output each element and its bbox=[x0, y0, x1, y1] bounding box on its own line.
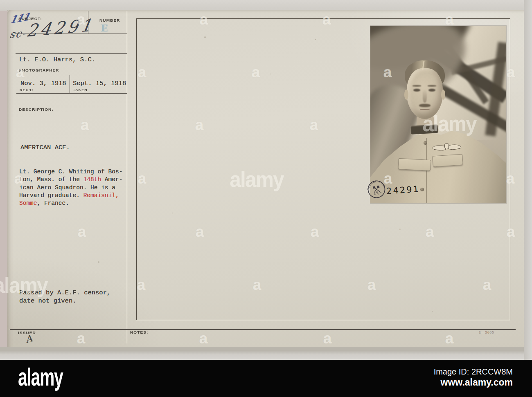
face-eye-right bbox=[428, 89, 436, 92]
pilot-wings-badge-right bbox=[447, 143, 462, 150]
alamy-url: www.alamy.com bbox=[441, 377, 513, 388]
notes-label: NOTES: bbox=[130, 330, 148, 334]
face-nose-shadow bbox=[423, 90, 427, 103]
rule-above-issued-notes bbox=[10, 329, 516, 330]
jacket-button-1 bbox=[424, 141, 427, 145]
description-lines: Lt. George C. Whiting of Bos-ton, Mass. … bbox=[19, 168, 122, 208]
rule-dates-divider bbox=[70, 75, 70, 93]
face-mouth bbox=[420, 109, 430, 110]
subject-number-prefix: sc- bbox=[9, 27, 27, 40]
rule-under-dates bbox=[16, 93, 127, 94]
print-code: 3—5605 bbox=[479, 330, 494, 334]
received-date: Nov. 3, 1918 bbox=[20, 80, 66, 87]
portrait-face bbox=[407, 68, 443, 119]
face-brow-right bbox=[428, 85, 436, 87]
censor-note-line-2: date not given. bbox=[19, 297, 77, 305]
description-line: Harvard graduate. Remaisnil, bbox=[19, 192, 122, 200]
card-bottom-edge-shadow bbox=[0, 347, 532, 360]
censor-note-line-1: Passed by A.E.F. censor, bbox=[19, 289, 110, 296]
paper-speckles bbox=[7, 10, 8, 11]
description-line: ton, Mass. of the 148th Amer- bbox=[19, 176, 122, 184]
taken-label: TAKEN bbox=[73, 88, 88, 92]
jacket-pocket-flap-left bbox=[398, 158, 431, 171]
description-line: Somme, France. bbox=[19, 200, 122, 208]
photographer-label: PHOTOGRAPHER bbox=[19, 68, 59, 72]
description-label: DESCRIPTION: bbox=[19, 107, 54, 111]
alamy-footer-bar: alamy Image ID: 2RCCW8M www.alamy.com bbox=[0, 360, 532, 397]
description-line: ican Aero Squadron. He is a bbox=[19, 184, 122, 192]
rule-left-column-border bbox=[127, 11, 127, 343]
face-brow-left bbox=[413, 85, 421, 87]
received-label: REC'D bbox=[20, 88, 33, 92]
uniform-stand-collar bbox=[410, 124, 438, 134]
jacket-button-3 bbox=[420, 188, 424, 191]
portrait-photograph bbox=[370, 26, 506, 203]
face-eye-left bbox=[413, 89, 421, 92]
description-heading: AMERICAN ACE. bbox=[20, 144, 70, 151]
number-label: NUMBER bbox=[99, 18, 120, 22]
background-right-edge bbox=[524, 0, 532, 360]
jacket-pocket-flap-right bbox=[432, 154, 463, 167]
taken-date: Sept. 15, 1918 bbox=[73, 80, 126, 87]
face-ear-right bbox=[441, 90, 446, 100]
pilot-wings-badge-center bbox=[444, 144, 449, 149]
signal-corps-stamp: SIGNAL CORPS U.S.A. bbox=[365, 178, 387, 200]
face-ear-left bbox=[404, 90, 409, 100]
background-top-edge bbox=[0, 0, 532, 11]
alamy-logo: alamy bbox=[18, 362, 63, 391]
stamp-crossed-flags-emblem bbox=[373, 186, 381, 193]
rule-above-photographer bbox=[16, 53, 127, 54]
number-stamp: E bbox=[101, 22, 108, 34]
scanned-caption-card-page: 111 SUBJECT: sc-24291 NUMBER E Lt. E.O. … bbox=[0, 0, 532, 397]
description-line: Lt. George C. Whiting of Bos- bbox=[19, 168, 122, 176]
face-mustache bbox=[419, 104, 431, 107]
image-id-text: Image ID: 2RCCW8M bbox=[434, 367, 513, 377]
photographer-name: Lt. E.O. Harrs, S.C. bbox=[19, 56, 95, 63]
